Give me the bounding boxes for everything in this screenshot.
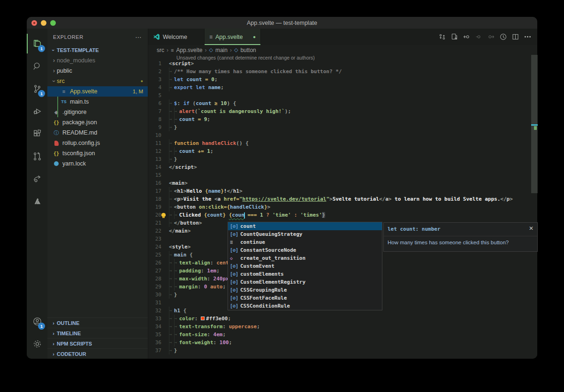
- tree-item-rollup-config-js[interactable]: rollup.config.js: [47, 138, 148, 148]
- code-line[interactable]: 9→}: [148, 123, 537, 131]
- code-line[interactable]: 6→$: if (count ≥ 10) {: [148, 99, 537, 107]
- codelens-unsaved-changes[interactable]: Unsaved changes (cannot determine recent…: [176, 55, 537, 60]
- suggest-item-countqueuingstrategy[interactable]: [⊘]CountQueuingStrategy: [228, 230, 382, 238]
- code-editor[interactable]: Unsaved changes (cannot determine recent…: [148, 55, 537, 359]
- suggest-item-cssfontfacerule[interactable]: [⊘]CSSFontFaceRule: [228, 294, 382, 302]
- editor-actions: [438, 29, 537, 45]
- tree-item--gitignore[interactable]: ◆.gitignore: [47, 107, 148, 117]
- suggest-item-continue[interactable]: ≡continue: [228, 238, 382, 246]
- extensions-icon[interactable]: [27, 122, 47, 145]
- previous-change-icon[interactable]: [463, 33, 471, 41]
- code-line[interactable]: 20→→Clicked {count} {coun === 1 ? 'time'…: [148, 211, 537, 219]
- breadcrumb-item[interactable]: main: [215, 47, 228, 53]
- sidebar-more-actions-icon[interactable]: ⋯: [135, 33, 142, 41]
- tree-item-node-modules[interactable]: ›node_modules: [47, 55, 148, 66]
- tree-item-app-svelte[interactable]: ≡App.svelte1, M: [47, 86, 148, 97]
- code-line[interactable]: 34→→text-transform: uppercase;: [148, 323, 537, 331]
- code-line[interactable]: 16<main>: [148, 179, 537, 187]
- tree-item-readme-md[interactable]: ⓘREADME.md: [47, 128, 148, 138]
- suggest-item-count[interactable]: [⊘]count: [228, 222, 382, 230]
- breadcrumb-item[interactable]: button: [240, 47, 256, 53]
- suggest-item-create_out_transition[interactable]: ◇create_out_transition: [228, 254, 382, 262]
- gitlens-compare-icon[interactable]: [438, 33, 446, 41]
- suggest-item-cssconditionrule[interactable]: [⊘]CSSConditionRule: [228, 302, 382, 310]
- code-line[interactable]: 14</script>: [148, 163, 537, 171]
- code-line[interactable]: 5: [148, 91, 537, 99]
- tree-item-src[interactable]: ›src●: [47, 76, 148, 86]
- line-number: 7: [148, 107, 169, 115]
- suggest-item-label: CustomEvent: [240, 262, 274, 270]
- github-pull-requests-icon[interactable]: [27, 145, 47, 167]
- braces-icon: {}: [53, 120, 60, 125]
- section-npm-scripts[interactable]: ›NPM SCRIPTS: [47, 338, 148, 348]
- chevron-right-icon: ›: [51, 57, 57, 64]
- run-and-debug-icon[interactable]: [27, 100, 47, 122]
- code-line[interactable]: 35→→font-size: 4em;: [148, 331, 537, 339]
- section-outline[interactable]: ›OUTLINE: [47, 317, 148, 328]
- tree-item-public[interactable]: ›public: [47, 66, 148, 76]
- tree-item-yarn-lock[interactable]: yarn.lock: [47, 158, 148, 169]
- suggest-description: How many times has someone clicked this …: [384, 236, 537, 249]
- close-icon[interactable]: ✕: [529, 225, 534, 232]
- suggest-item-customelements[interactable]: [⊘]customElements: [228, 270, 382, 278]
- file-history-icon[interactable]: [499, 33, 507, 41]
- code-line[interactable]: 4→export let name;: [148, 83, 537, 91]
- code-line[interactable]: 3→let count = 0;: [148, 75, 537, 83]
- window-title: App.svelte — test-template: [27, 20, 537, 26]
- suggest-item-cssgroupingrule[interactable]: [⊘]CSSGroupingRule: [228, 286, 382, 294]
- code-line[interactable]: 12→→count += 1;: [148, 147, 537, 155]
- section-timeline[interactable]: ›TIMELINE: [47, 328, 148, 338]
- suggest-item-constantsourcenode[interactable]: [⊘]ConstantSourceNode: [228, 246, 382, 254]
- suggest-item-customevent[interactable]: [⊘]CustomEvent: [228, 262, 382, 270]
- settings-gear-icon[interactable]: [27, 332, 47, 355]
- live-share-icon[interactable]: [27, 167, 47, 190]
- code-line[interactable]: 15: [148, 171, 537, 179]
- info-icon: ⓘ: [53, 129, 60, 136]
- current-change-icon[interactable]: [475, 33, 483, 41]
- line-number: 2: [148, 68, 169, 75]
- code-line[interactable]: 17→<h1>Hello {name}!</h1>: [148, 187, 537, 195]
- line-number: 4: [148, 83, 169, 91]
- workspace-section-header[interactable]: › TEST-TEMPLATE: [47, 45, 148, 55]
- tree-item-label: .gitignore: [62, 109, 86, 115]
- line-number: 8: [148, 115, 169, 123]
- vscode-logo-icon: [153, 33, 160, 40]
- svelte-file-icon: ≡: [209, 34, 213, 40]
- code-line[interactable]: 7→→alert(`count is dangerously high!`);: [148, 107, 537, 115]
- more-actions-icon[interactable]: [524, 33, 532, 41]
- split-editor-icon[interactable]: [511, 33, 519, 41]
- code-line[interactable]: 10: [148, 131, 537, 139]
- tab-welcome[interactable]: Welcome: [148, 29, 205, 45]
- open-changes-icon[interactable]: [450, 33, 458, 41]
- code-line[interactable]: 19→<button on:click={handleClick}>: [148, 203, 537, 211]
- symbol-variable-icon: [⊘]: [230, 246, 240, 254]
- css-color-swatch[interactable]: [201, 317, 205, 320]
- git-icon: ◆: [53, 109, 60, 115]
- code-line[interactable]: 2→/** How many times has someone clicked…: [148, 68, 537, 75]
- tree-item-label: App.svelte: [70, 88, 97, 95]
- lightbulb-icon[interactable]: [161, 213, 166, 217]
- code-line[interactable]: 37→}: [148, 347, 537, 354]
- code-line[interactable]: 11→function handleClick() {: [148, 139, 537, 147]
- breadcrumb-separator: ›: [205, 47, 206, 53]
- code-line[interactable]: 8→→count = 9;: [148, 115, 537, 123]
- breadcrumb-item[interactable]: src: [157, 47, 164, 53]
- azure-icon[interactable]: [27, 190, 47, 212]
- tree-item-main-ts[interactable]: TSmain.ts: [47, 97, 148, 107]
- section-codetour[interactable]: ›CODETOUR: [47, 348, 148, 359]
- suggest-item-customelementregistry[interactable]: [⊘]CustomElementRegistry: [228, 278, 382, 286]
- search-icon[interactable]: [27, 55, 47, 77]
- tab-app-svelte[interactable]: ≡ App.svelte ●: [205, 29, 261, 45]
- tree-item-tsconfig-json[interactable]: {}tsconfig.json: [47, 148, 148, 158]
- tree-item-package-json[interactable]: {}package.json: [47, 117, 148, 128]
- accounts-icon[interactable]: 1: [27, 310, 47, 332]
- code-line[interactable]: 1<script>: [148, 60, 537, 68]
- breadcrumb-item[interactable]: App.svelte: [176, 47, 202, 53]
- source-control-icon[interactable]: 1: [27, 77, 47, 100]
- code-line[interactable]: 36→→font-weight: 100;: [148, 339, 537, 347]
- next-change-icon[interactable]: [487, 33, 495, 41]
- code-line[interactable]: 18→<p>Visit the <a href="https://svelte.…: [148, 195, 537, 203]
- code-line[interactable]: 13→}: [148, 155, 537, 163]
- explorer-icon[interactable]: 1: [27, 32, 47, 55]
- code-line[interactable]: 33→→color: #ff3e00;: [148, 315, 537, 323]
